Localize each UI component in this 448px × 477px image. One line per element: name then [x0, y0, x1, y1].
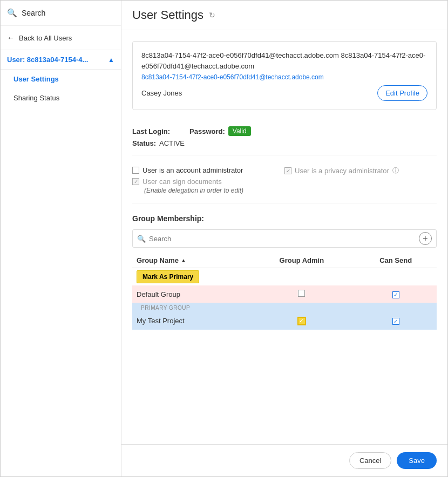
group-table: Group Name ▲ Group Admin Can Send: [132, 253, 437, 330]
user-info-card: 8c813a04-7154-47f2-ace0-e056f70dfd41@tec…: [132, 41, 437, 110]
sidebar-search-label: Search: [22, 9, 45, 17]
permission-admin-row: User is an account administrator User ca…: [132, 166, 437, 194]
sidebar-item-label: Sharing Status: [13, 94, 59, 102]
group-search-inner: 🔍: [137, 235, 419, 243]
sidebar: 🔍 Search ← Back to All Users User: 8c813…: [1, 1, 121, 476]
table-row: PRIMARY GROUP: [132, 303, 437, 312]
group-name-label: My Test Project: [137, 317, 185, 325]
refresh-icon[interactable]: ↻: [209, 11, 215, 19]
sign-docs-label: User can sign documents: [142, 178, 222, 186]
table-row: My Test Project: [132, 312, 437, 330]
sidebar-nav: User Settings Sharing Status: [1, 70, 121, 107]
user-email-primary: 8c813a04-7154-47f2-ace0-e056f70dfd41@tec…: [141, 50, 427, 71]
can-send-checkbox[interactable]: [392, 291, 399, 298]
main-content: User Settings ↻ 8c813a04-7154-47f2-ace0-…: [121, 1, 447, 476]
privacy-admin-label: User is a privacy administrator: [295, 167, 389, 175]
cancel-button[interactable]: Cancel: [349, 452, 391, 469]
search-icon: 🔍: [7, 8, 17, 18]
sidebar-item-label: User Settings: [13, 75, 59, 83]
sort-arrow-icon: ▲: [181, 257, 186, 263]
group-admin-checkbox[interactable]: [298, 290, 305, 297]
page-title: User Settings: [132, 8, 203, 22]
main-header: User Settings ↻: [121, 1, 447, 30]
can-send-checkbox[interactable]: [392, 318, 399, 325]
group-name-cell: Default Group: [132, 285, 248, 303]
chevron-up-icon: ▲: [108, 56, 114, 64]
status-value: ACTIVE: [159, 139, 185, 147]
sidebar-item-user-settings[interactable]: User Settings: [1, 70, 121, 88]
user-name-row: Casey Jones Edit Profile: [141, 85, 427, 101]
details-row: Last Login: Password: Valid: [132, 126, 437, 136]
group-admin-checkbox-yellow[interactable]: [297, 317, 306, 325]
password-label: Password:: [189, 127, 225, 135]
last-login-item: Last Login:: [132, 127, 173, 135]
delegation-note: (Enable delegation in order to edit): [144, 187, 284, 194]
group-admin-cell: [248, 285, 355, 303]
admin-label: User is an account administrator: [142, 166, 243, 174]
sign-docs-item: User can sign documents: [132, 178, 284, 186]
main-body: 8c813a04-7154-47f2-ace0-e056f70dfd41@tec…: [121, 30, 447, 444]
privacy-admin-checkbox: [284, 167, 291, 174]
sign-docs-checkbox: [132, 178, 139, 185]
main-footer: Cancel Save: [121, 444, 447, 476]
sidebar-user-header[interactable]: User: 8c813a04-7154-4... ▲: [1, 50, 121, 70]
group-membership-section: Group Membership: 🔍 + Group Name: [132, 209, 437, 335]
group-name-cell: My Test Project: [132, 312, 248, 330]
group-search-row: 🔍 +: [132, 229, 437, 248]
sidebar-user-label: User: 8c813a04-7154-4...: [7, 56, 88, 64]
group-title: Group Membership:: [132, 214, 437, 223]
table-row: Default Group: [132, 285, 437, 303]
group-name-label: Default Group: [137, 290, 180, 298]
admin-checkbox[interactable]: [132, 167, 139, 174]
help-icon[interactable]: ⓘ: [392, 166, 399, 175]
permissions-section: User is an account administrator User ca…: [132, 161, 437, 203]
privacy-admin-item: User is a privacy administrator ⓘ: [284, 166, 437, 175]
primary-group-label: PRIMARY GROUP: [137, 304, 194, 312]
details-section: Last Login: Password: Valid Status: ACTI…: [132, 121, 437, 155]
edit-profile-button[interactable]: Edit Profile: [377, 85, 427, 101]
group-search-icon: 🔍: [137, 235, 146, 243]
save-button[interactable]: Save: [397, 452, 437, 469]
group-search-input[interactable]: [149, 235, 419, 243]
sidebar-item-sharing-status[interactable]: Sharing Status: [1, 88, 121, 107]
status-row: Status: ACTIVE: [132, 139, 437, 147]
col-can-send: Can Send: [355, 253, 437, 268]
password-item: Password: Valid: [189, 126, 251, 136]
back-arrow-icon: ←: [7, 33, 15, 42]
sidebar-search[interactable]: 🔍 Search: [1, 1, 121, 26]
can-send-cell: [355, 285, 437, 303]
password-badge: Valid: [228, 126, 251, 136]
group-admin-cell[interactable]: [248, 312, 355, 330]
can-send-cell: [355, 312, 437, 330]
last-login-label: Last Login:: [132, 127, 170, 135]
add-group-button[interactable]: +: [419, 232, 432, 245]
col-group-admin: Group Admin: [248, 253, 355, 268]
col-group-name: Group Name ▲: [132, 253, 248, 268]
back-label: Back to All Users: [19, 34, 72, 42]
back-to-all-users-button[interactable]: ← Back to All Users: [1, 26, 121, 50]
user-email-link[interactable]: 8c813a04-7154-47f2-ace0-e056f70dfd41@tec…: [141, 73, 427, 81]
mark-as-primary-button[interactable]: Mark As Primary: [137, 270, 199, 283]
user-name: Casey Jones: [141, 89, 182, 97]
admin-permission-item: User is an account administrator: [132, 166, 284, 174]
status-label: Status:: [132, 139, 156, 147]
mark-as-primary-row: Mark As Primary: [132, 268, 437, 286]
